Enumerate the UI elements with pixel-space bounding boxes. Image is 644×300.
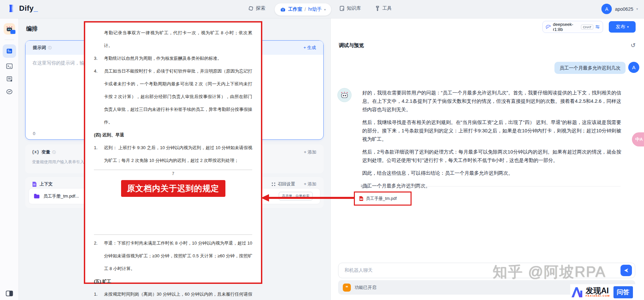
watermark: 知乎 @阿坡RPA [492, 262, 606, 282]
chat-input-placeholder: 和机器人聊天 [344, 267, 373, 273]
ai-message-text: 好的，我现在需要回答用户的问题：“员工一个月最多允许迟到几次”。首先，我要仔细阅… [362, 89, 621, 195]
user-message: 员工一个月最多允许迟到几次 [554, 62, 626, 74]
nav-studio-pill[interactable]: 工作室 / hr助手 ▾ [274, 3, 331, 16]
document-excerpt-overlay: 考勤记录当事双方一律视为旷工，代打卡一次，视为旷工 8 小时；依次累计。3.考勤… [84, 21, 262, 284]
retrieval-mode-badge: 高质量 · 向量检索 [279, 192, 313, 201]
citation-file-name[interactable]: 员工手册_tm.pdf [366, 196, 397, 202]
dify-logo-icon [7, 4, 16, 13]
chevron-down-icon: ▾ [324, 8, 326, 11]
logo-dot: _ [34, 4, 38, 12]
sidebar-item-monitoring[interactable] [6, 88, 13, 95]
tools-icon [375, 6, 380, 11]
faxianai-logo: 发现AI FAXIANAI.COM 问答 [570, 284, 644, 300]
top-navbar: Dify_ 探索 工作室 / hr助手 ▾ 知识库 [0, 0, 644, 18]
user-menu[interactable]: A apo0625 ▾ [601, 4, 638, 14]
faxianai-brand: 发现AI [586, 287, 610, 294]
sidebar-divider [5, 40, 14, 40]
context-title: 上下文 [40, 181, 53, 187]
feature-status-label: 功能已开启 [355, 285, 376, 291]
explore-icon [248, 6, 254, 11]
nav-app-name[interactable]: hr助手 [308, 6, 322, 12]
doc-bottom: 2.早退：下班打卡时尚未满足工作时长 8 小时，10 分钟以内视为早退，超过 1… [94, 237, 252, 300]
orchestrate-icon [6, 48, 13, 54]
prompt-title: 提示词 [33, 45, 46, 51]
translate-widget[interactable]: 中A [632, 132, 644, 146]
panel-toggle-icon [6, 290, 13, 297]
ai-paragraph: 然后，2号条款详细说明了迟到的处理方式：每月最多可以免除两次10分钟以内的迟到。… [362, 148, 621, 165]
user-avatar[interactable]: A [601, 4, 612, 14]
model-settings-icon[interactable] [595, 25, 600, 29]
doc-line: 1.未按规定时间到岗（离岗）30 分钟以上，60 分钟以内的，且未履行任何请假手… [94, 288, 252, 300]
ai-paragraph: 好的，我现在需要回答用户的问题：“员工一个月最多允许迟到几次”。首先，我要仔细阅… [362, 89, 621, 114]
nav-explore[interactable]: 探索 [248, 5, 265, 11]
ai-paragraph: 因此，结合这些信息，可以得出结论：员工一个月最多允许迟到两次。 [362, 169, 621, 177]
left-sidebar [0, 18, 19, 300]
doc-page-number: 7 [94, 170, 252, 177]
nav-studio[interactable]: 工作室 [288, 6, 302, 12]
logo-text: Dify_ [19, 4, 38, 13]
folder-icon [34, 194, 40, 199]
model-name: deepseek-r1:8b [553, 22, 579, 32]
citation-highlight-box[interactable]: 员工手册_tm.pdf [354, 191, 412, 206]
ai-paragraph: 然后，我继续寻找是否有相关的迟到规则。在“当月病假工资”之后，出现了“四） 迟到… [362, 118, 621, 143]
model-selector[interactable]: deepseek-r1:8b CHAT [542, 21, 603, 33]
doc-heading: (四) 迟到、早退 [94, 129, 252, 141]
variables-title: 变量 [42, 149, 50, 155]
user-message-row: 员工一个月最多允许迟到几次 A [554, 62, 639, 74]
model-mode-badge: CHAT [581, 25, 593, 30]
add-variable-button[interactable]: + 添加 [304, 149, 316, 155]
prompt-textarea[interactable]: 在这里写你的提示词，输入 [33, 60, 89, 66]
doc-callout-label: 原文档内关于迟到的规定 [121, 180, 225, 197]
faxianai-domain: FAXIANAI.COM [586, 294, 610, 297]
sidebar-item-orchestrate[interactable] [3, 44, 16, 58]
doc-page-divider [94, 234, 252, 235]
generate-button[interactable]: + 生成 [304, 45, 316, 51]
citation-divider [372, 186, 621, 186]
citation-feature-icon: ❝ [343, 284, 351, 292]
sidebar-item-api[interactable] [6, 62, 13, 70]
dify-app-window: Dify_ 探索 工作室 / hr助手 ▾ 知识库 [0, 0, 644, 300]
ai-robot-icon [340, 91, 349, 99]
sidebar-collapse-toggle[interactable] [6, 290, 13, 297]
send-button[interactable] [621, 265, 632, 276]
faxianai-badge: 问答 [613, 286, 633, 298]
knowledge-icon [339, 6, 344, 11]
doc-line: 考勤记录当事双方一律视为旷工，代打卡一次，视为旷工 8 小时；依次累计。 [94, 27, 252, 52]
doc-top: 考勤记录当事双方一律视为旷工，代打卡一次，视为旷工 8 小时；依次累计。3.考勤… [94, 27, 252, 167]
reset-conversation-icon[interactable]: ↺ [631, 42, 636, 49]
dify-logo[interactable]: Dify_ [7, 4, 38, 13]
doc-heading: (五) 旷工 [94, 275, 252, 288]
chevron-down-icon: ▾ [636, 7, 638, 11]
translate-icon: 中A [635, 136, 643, 142]
doc-page-gap [94, 197, 252, 232]
debug-title: 调试与预览 [339, 42, 364, 49]
chevron-down-icon: ▾ [627, 25, 629, 29]
annotation-arrow-line [268, 197, 354, 199]
annotation-arrow-head [261, 194, 269, 202]
monitoring-icon [6, 88, 13, 95]
user-name: apo0625 [615, 6, 633, 12]
doc-line: 1.迟到： 上班打卡 9:30 之后，10 分钟以内视为迟到，超过 10 分钟如… [94, 141, 252, 167]
pdf-file-icon [359, 196, 364, 201]
prompt-char-count: 0 [33, 131, 35, 136]
citation-label: 引用 [361, 184, 369, 189]
context-file-name: 员工手册_tm.pdf... [43, 193, 79, 199]
deepseek-model-icon [546, 25, 551, 29]
publish-button[interactable]: 发布 ▾ [609, 21, 636, 33]
recall-settings-button[interactable]: 召回设置 [271, 181, 295, 187]
add-context-button[interactable]: + 添加 [304, 181, 316, 187]
send-icon [624, 268, 629, 273]
doc-line: 4.员工如当日不能按时打卡，必须于钉钉软件审批，并注明原因（原因为忘记打卡或者未… [94, 65, 252, 129]
logs-icon [6, 76, 13, 82]
nav-knowledge[interactable]: 知识库 [339, 5, 361, 11]
recall-settings-icon [271, 182, 276, 186]
context-icon [32, 181, 37, 187]
terminal-icon [6, 63, 13, 69]
nav-tools[interactable]: 工具 [375, 5, 392, 11]
sidebar-item-logs[interactable] [6, 75, 13, 83]
doc-line: 3.考勤统计以自然月为周期，作为核发薪酬及各类补贴的标准。 [94, 52, 252, 65]
user-message-avatar: A [628, 62, 639, 73]
robot-icon [280, 7, 286, 12]
page-title: 编排 [26, 25, 38, 33]
app-type-badge [10, 30, 15, 34]
